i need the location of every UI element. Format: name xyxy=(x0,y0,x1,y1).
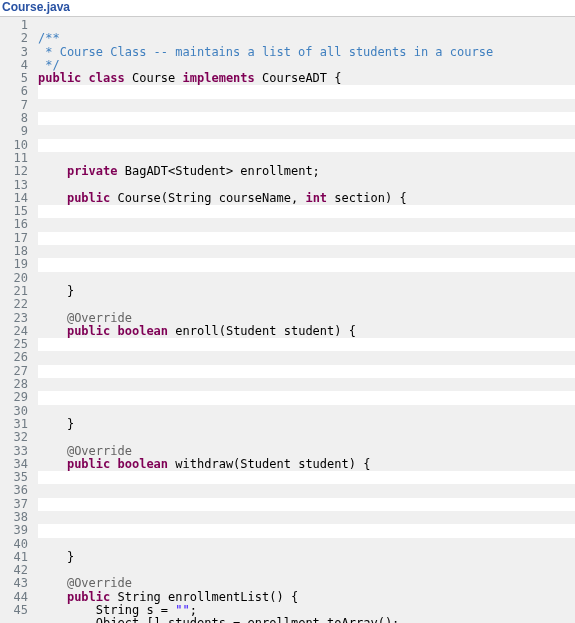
code-line[interactable]: @Override xyxy=(38,311,132,325)
line-number: 2 xyxy=(0,32,28,45)
code-line[interactable]: public String enrollmentList() { xyxy=(38,590,298,604)
op: = xyxy=(233,616,240,623)
line-number: 17 xyxy=(0,232,28,245)
code-line-highlighted[interactable] xyxy=(38,258,575,271)
code-line-highlighted[interactable] xyxy=(38,524,575,537)
line-number: 11 xyxy=(0,152,28,165)
code-area[interactable]: /** * Course Class -- maintains a list o… xyxy=(34,17,575,623)
keyword: int xyxy=(305,191,327,205)
line-number: 18 xyxy=(0,245,28,258)
punct: ) xyxy=(334,324,341,338)
type: String xyxy=(118,590,161,604)
keyword: boolean xyxy=(118,324,169,338)
code-line-highlighted[interactable] xyxy=(38,232,575,245)
method: toArray xyxy=(327,616,378,623)
code-line[interactable]: String s = ""; xyxy=(38,603,197,617)
code-line-highlighted[interactable] xyxy=(38,391,575,404)
punct: . xyxy=(320,616,327,623)
code-line-highlighted[interactable] xyxy=(38,498,575,511)
line-number: 20 xyxy=(0,272,28,285)
brace: { xyxy=(349,324,356,338)
type: CourseADT xyxy=(262,71,327,85)
annotation: @Override xyxy=(67,444,132,458)
code-line-highlighted[interactable] xyxy=(38,338,575,351)
code-line[interactable]: } xyxy=(38,417,74,431)
line-number: 13 xyxy=(0,179,28,192)
line-number: 31 xyxy=(0,418,28,431)
punct: ) xyxy=(276,590,283,604)
line-number: 27 xyxy=(0,365,28,378)
keyword: public xyxy=(67,324,110,338)
line-number: 23 xyxy=(0,312,28,325)
line-number: 41 xyxy=(0,551,28,564)
type: String xyxy=(96,603,139,617)
line-number: 37 xyxy=(0,498,28,511)
code-line[interactable]: public class Course implements CourseADT… xyxy=(38,71,342,85)
type: Course xyxy=(118,191,161,205)
line-number: 28 xyxy=(0,378,28,391)
line-number: 39 xyxy=(0,524,28,537)
punct: ; xyxy=(190,603,197,617)
code-line-highlighted[interactable] xyxy=(38,85,575,98)
code-line[interactable]: @Override xyxy=(38,576,132,590)
line-number: 30 xyxy=(0,405,28,418)
identifier: courseName xyxy=(219,191,291,205)
code-line-highlighted[interactable] xyxy=(38,471,575,484)
line-number: 9 xyxy=(0,125,28,138)
line-number: 7 xyxy=(0,99,28,112)
code-editor[interactable]: 1 2 3 4 5 6 7 8 9 10 11 12 13 14 15 16 1… xyxy=(0,16,575,623)
brace: } xyxy=(67,550,74,564)
code-line[interactable]: /** xyxy=(38,31,60,45)
code-line[interactable]: @Override xyxy=(38,444,132,458)
line-number: 10 xyxy=(0,139,28,152)
punct: ; xyxy=(313,164,320,178)
code-line[interactable]: } xyxy=(38,550,74,564)
code-line[interactable]: public boolean enroll(Student student) { xyxy=(38,324,356,338)
line-number: 14 xyxy=(0,192,28,205)
identifier: student xyxy=(284,324,335,338)
identifier: s xyxy=(146,603,153,617)
punct: ) xyxy=(349,457,356,471)
code-line[interactable]: */ xyxy=(38,58,60,72)
code-line[interactable]: public boolean withdraw(Student student)… xyxy=(38,457,370,471)
code-line-highlighted[interactable] xyxy=(38,205,575,218)
identifier: enrollment xyxy=(240,164,312,178)
code-line[interactable]: * Course Class -- maintains a list of al… xyxy=(38,45,493,59)
line-number: 35 xyxy=(0,471,28,484)
line-number: 6 xyxy=(0,85,28,98)
punct: ( xyxy=(161,191,168,205)
line-number: 16 xyxy=(0,218,28,231)
line-number-gutter: 1 2 3 4 5 6 7 8 9 10 11 12 13 14 15 16 1… xyxy=(0,17,34,623)
line-number: 5 xyxy=(0,72,28,85)
line-number: 42 xyxy=(0,564,28,577)
code-line-highlighted[interactable] xyxy=(38,365,575,378)
type: Student xyxy=(226,324,277,338)
line-number: 38 xyxy=(0,511,28,524)
type: String xyxy=(168,191,211,205)
line-number: 29 xyxy=(0,391,28,404)
line-number: 15 xyxy=(0,205,28,218)
punct: [] xyxy=(146,616,160,623)
keyword: private xyxy=(67,164,118,178)
identifier: section xyxy=(334,191,385,205)
keyword: public xyxy=(67,590,110,604)
punct: ; xyxy=(392,616,399,623)
filename-label: Course.java xyxy=(0,0,575,16)
annotation: @Override xyxy=(67,576,132,590)
line-number: 25 xyxy=(0,338,28,351)
code-line[interactable]: } xyxy=(38,284,74,298)
code-line[interactable]: private BagADT<Student> enrollment; xyxy=(38,164,320,178)
method: enroll xyxy=(175,324,218,338)
keyword: boolean xyxy=(118,457,169,471)
line-number: 33 xyxy=(0,445,28,458)
code-line[interactable]: public Course(String courseName, int sec… xyxy=(38,191,407,205)
identifier: students xyxy=(168,616,226,623)
code-line-highlighted[interactable] xyxy=(38,139,575,152)
punct: , xyxy=(291,191,298,205)
line-number: 8 xyxy=(0,112,28,125)
code-line[interactable]: Object [] students = enrollment.toArray(… xyxy=(38,616,399,623)
brace: } xyxy=(67,284,74,298)
op: = xyxy=(161,603,168,617)
brace: { xyxy=(291,590,298,604)
code-line-highlighted[interactable] xyxy=(38,112,575,125)
